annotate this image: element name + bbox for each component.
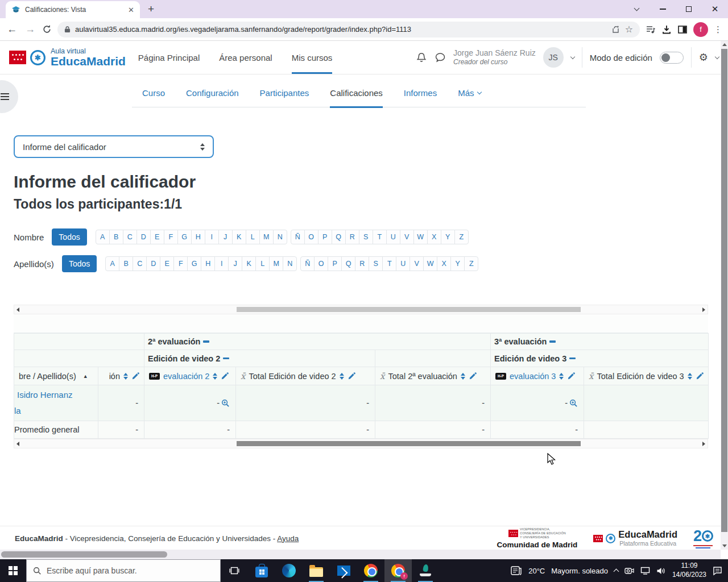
tab-search-icon[interactable] <box>623 0 650 18</box>
side-panel-icon[interactable] <box>677 24 688 35</box>
url-text[interactable]: aulavirtual35.educa.madrid.org/ies.vegad… <box>75 25 607 34</box>
notifications-bell-icon[interactable] <box>416 52 427 64</box>
sort-icon[interactable] <box>340 373 344 380</box>
scroll-up-icon[interactable] <box>722 43 727 46</box>
letter-button[interactable]: C <box>133 256 147 271</box>
letter-button[interactable]: K <box>232 230 246 244</box>
edit-icon[interactable] <box>348 372 355 380</box>
download-icon[interactable] <box>661 24 672 35</box>
media-controls-icon[interactable] <box>646 24 656 35</box>
letter-button[interactable]: G <box>187 256 201 271</box>
task-view-button[interactable] <box>221 559 248 582</box>
firstname-all-button[interactable]: Todos <box>52 228 86 246</box>
activity-link[interactable]: evaluación 3 <box>510 372 556 381</box>
gear-icon[interactable]: ⚙ <box>699 52 708 63</box>
user-avatar[interactable]: JS <box>543 47 564 68</box>
collapse-icon[interactable] <box>549 340 556 343</box>
sort-icon[interactable] <box>123 373 128 380</box>
letter-button[interactable]: R <box>355 256 369 271</box>
table-scrollbar-bottom[interactable] <box>14 439 708 448</box>
table-scrollbar-top[interactable] <box>14 305 708 314</box>
letter-button[interactable]: Z <box>454 230 469 244</box>
header-nav-item-0[interactable]: Página Principal <box>138 41 200 74</box>
mail-icon[interactable] <box>330 559 357 582</box>
news-weather-icon[interactable] <box>511 566 522 576</box>
file-explorer-icon[interactable] <box>303 559 330 582</box>
letter-button[interactable]: T <box>382 256 396 271</box>
letter-button[interactable]: X <box>427 230 441 244</box>
scroll-down-icon[interactable] <box>722 544 727 547</box>
scrollbar-thumb[interactable] <box>237 441 581 446</box>
header-nav-item-1[interactable]: Área personal <box>219 41 272 74</box>
course-tab-0[interactable]: Curso <box>142 88 165 108</box>
chrome-active-icon[interactable]: f <box>384 559 412 582</box>
letter-button[interactable]: N <box>283 256 297 271</box>
letter-button[interactable]: B <box>119 256 133 271</box>
scroll-left-icon[interactable] <box>16 307 19 312</box>
scroll-left-icon[interactable] <box>16 442 19 446</box>
scroll-right-icon[interactable] <box>702 442 705 446</box>
letter-button[interactable]: D <box>136 230 151 244</box>
letter-button[interactable]: J <box>228 256 242 271</box>
back-icon[interactable]: ← <box>6 23 18 35</box>
letter-button[interactable]: U <box>386 230 400 244</box>
letter-button[interactable]: N <box>273 230 287 244</box>
letter-button[interactable]: M <box>269 256 283 271</box>
start-button[interactable] <box>0 559 26 582</box>
browser-profile-avatar[interactable]: f <box>693 22 708 37</box>
sort-icon[interactable] <box>213 373 217 380</box>
letter-button[interactable]: Q <box>341 256 355 271</box>
report-view-select[interactable]: Informe del calificador <box>14 135 214 158</box>
letter-button[interactable]: G <box>177 230 192 244</box>
letter-button[interactable]: W <box>423 256 437 271</box>
course-tab-2[interactable]: Participantes <box>260 88 309 108</box>
window-minimize-button[interactable] <box>650 0 676 18</box>
letter-button[interactable]: Y <box>441 230 455 244</box>
collapse-icon[interactable] <box>203 340 209 343</box>
course-index-drawer-button[interactable] <box>0 80 18 113</box>
course-tab-1[interactable]: Configuración <box>186 88 239 108</box>
app-icon[interactable] <box>412 559 439 582</box>
letter-button[interactable]: T <box>373 230 387 244</box>
collapse-icon[interactable] <box>223 357 229 360</box>
letter-button[interactable]: A <box>96 230 110 244</box>
camera-icon[interactable] <box>624 567 634 575</box>
scroll-right-icon[interactable] <box>702 307 705 312</box>
letter-button[interactable]: V <box>410 256 424 271</box>
edit-icon[interactable] <box>131 372 139 380</box>
letter-button[interactable]: I <box>205 230 219 244</box>
grade-cell[interactable] <box>584 385 709 421</box>
speaker-icon[interactable] <box>656 567 666 575</box>
letter-button[interactable]: A <box>105 256 119 271</box>
bookmark-star-icon[interactable]: ☆ <box>625 24 633 35</box>
letter-button[interactable]: Y <box>450 256 465 271</box>
sort-icon[interactable] <box>461 373 465 380</box>
weather-temp[interactable]: 20°C <box>528 567 545 575</box>
help-link[interactable]: Ayuda <box>277 534 299 543</box>
sort-icon[interactable] <box>559 373 564 380</box>
letter-button[interactable]: D <box>146 256 160 271</box>
letter-button[interactable]: P <box>318 230 332 244</box>
course-tab-5[interactable]: Más <box>458 88 481 108</box>
letter-button[interactable]: Ñ <box>291 230 305 244</box>
letter-button[interactable]: F <box>173 256 188 271</box>
weather-description[interactable]: Mayorm. soleado <box>551 567 608 575</box>
clock[interactable]: 11:09 14/06/2023 <box>672 562 706 579</box>
edit-icon[interactable] <box>221 372 229 380</box>
collapse-icon[interactable] <box>569 357 576 360</box>
header-nav-item-2[interactable]: Mis cursos <box>292 41 333 74</box>
zoom-in-icon[interactable] <box>569 399 578 408</box>
page-vertical-scrollbar[interactable] <box>721 41 728 550</box>
browser-menu-icon[interactable]: ⋮ <box>714 24 722 35</box>
letter-button[interactable]: U <box>396 256 410 271</box>
letter-button[interactable]: C <box>123 230 137 244</box>
window-close-button[interactable]: ✕ <box>702 0 728 18</box>
taskbar-search[interactable]: Escribe aquí para buscar. <box>26 559 221 582</box>
grade-cell[interactable]: - <box>144 385 236 421</box>
edge-icon[interactable] <box>275 559 303 582</box>
letter-button[interactable]: H <box>201 256 215 271</box>
chrome-icon[interactable] <box>357 559 384 582</box>
forward-icon[interactable]: → <box>24 23 36 35</box>
letter-button[interactable]: B <box>109 230 123 244</box>
activity-link[interactable]: evaluación 2 <box>163 372 209 381</box>
